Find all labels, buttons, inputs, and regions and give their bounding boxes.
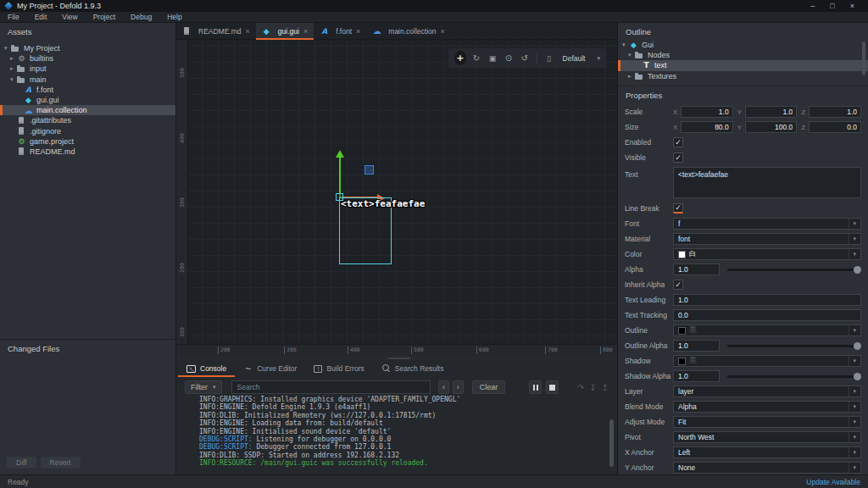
scale-y-input[interactable] xyxy=(745,106,798,118)
size-y-input[interactable] xyxy=(745,121,798,133)
asset-row-gitignore[interactable]: .gitignore xyxy=(0,126,175,136)
expander-open-icon[interactable] xyxy=(622,42,629,48)
menu-help[interactable]: Help xyxy=(159,13,189,21)
tab-gui-gui[interactable]: gui.gui × xyxy=(256,23,314,39)
inherit-alpha-checkbox[interactable] xyxy=(673,280,683,290)
line-break-checkbox[interactable] xyxy=(673,203,683,214)
tab-close-icon[interactable]: × xyxy=(441,27,445,36)
enabled-checkbox[interactable] xyxy=(673,137,683,147)
prev-match-button[interactable]: ‹ xyxy=(438,380,449,394)
x-anchor-dropdown[interactable]: Left ▾ xyxy=(673,446,861,458)
slider-knob[interactable] xyxy=(854,266,861,274)
asset-row-readme[interactable]: README.md xyxy=(0,147,175,157)
slider-knob[interactable] xyxy=(854,373,861,380)
outline-scrollbar[interactable] xyxy=(862,42,865,75)
gui-node-anchor-box[interactable] xyxy=(364,165,374,175)
step-out-icon[interactable]: ↥ xyxy=(602,383,609,392)
tab-build-errors[interactable]: Build Errors xyxy=(305,360,372,377)
update-available-link[interactable]: Update Available xyxy=(806,478,860,486)
expander-open-icon[interactable] xyxy=(4,45,11,52)
slider-knob[interactable] xyxy=(854,342,861,350)
scale-z-input[interactable] xyxy=(809,106,861,118)
asset-row-gitattributes[interactable]: .gitattributes xyxy=(0,115,175,125)
tab-curve-editor[interactable]: Curve Editor xyxy=(235,360,305,377)
scale-x-input[interactable] xyxy=(681,106,733,118)
pause-icon[interactable] xyxy=(529,380,542,394)
asset-row-game-project[interactable]: game.project xyxy=(0,136,175,147)
asset-row-my-project[interactable]: My Project xyxy=(0,43,175,53)
alpha-slider[interactable] xyxy=(727,263,861,275)
expander-closed-icon[interactable] xyxy=(10,65,17,72)
tab-search-results[interactable]: Search Results xyxy=(373,360,453,377)
asset-row-builtins[interactable]: builtins xyxy=(0,53,175,64)
size-x-input[interactable] xyxy=(681,121,733,133)
console-log[interactable]: INFO:GRAPHICS: Installed graphics device… xyxy=(176,396,617,474)
camera-preset-value[interactable]: Default xyxy=(563,54,586,63)
next-match-button[interactable]: › xyxy=(453,380,464,394)
color-dropdown[interactable]: 白 ▾ xyxy=(673,248,861,260)
asset-row-main-collection[interactable]: main.collection xyxy=(0,105,175,115)
shadow-color-dropdown[interactable]: 黒 ▾ xyxy=(673,355,861,367)
shadow-alpha-input[interactable] xyxy=(673,370,720,382)
text-leading-input[interactable] xyxy=(673,294,861,306)
font-dropdown[interactable]: f ▾ xyxy=(673,218,861,230)
expander-closed-icon[interactable] xyxy=(628,73,635,80)
step-into-icon[interactable]: ↧ xyxy=(589,383,596,392)
outline-alpha-slider[interactable] xyxy=(727,340,861,352)
layer-dropdown[interactable]: layer ▾ xyxy=(673,385,861,397)
menu-debug[interactable]: Debug xyxy=(123,13,159,21)
text-value-input[interactable]: <text>feafaefae xyxy=(673,167,861,198)
menu-file[interactable]: File xyxy=(0,13,27,21)
asset-row-input[interactable]: input xyxy=(0,64,175,74)
clear-console-button[interactable]: Clear xyxy=(472,380,506,394)
outline-row-textures[interactable]: Textures xyxy=(618,71,868,80)
y-anchor-dropdown[interactable]: None ▾ xyxy=(673,462,861,474)
material-dropdown[interactable]: font ▾ xyxy=(673,233,861,245)
alpha-input[interactable] xyxy=(673,263,720,275)
tab-close-icon[interactable]: × xyxy=(246,27,250,36)
expander-closed-icon[interactable] xyxy=(10,55,17,62)
outline-row-gui[interactable]: Gui xyxy=(618,40,868,50)
diff-button[interactable]: Diff xyxy=(7,457,36,469)
stop-icon[interactable] xyxy=(546,380,559,394)
shadow-alpha-slider[interactable] xyxy=(727,370,861,382)
expander-open-icon[interactable] xyxy=(10,76,17,83)
asset-row-gui-gui[interactable]: gui.gui xyxy=(0,95,175,105)
menu-view[interactable]: View xyxy=(54,13,85,21)
menu-edit[interactable]: Edit xyxy=(27,13,55,21)
outline-row-nodes[interactable]: Nodes xyxy=(618,50,868,60)
console-scrollbar[interactable] xyxy=(609,419,614,467)
tab-close-icon[interactable]: × xyxy=(303,27,308,36)
tab-f-font[interactable]: f.font × xyxy=(314,23,366,39)
outline-color-dropdown[interactable]: 黒 ▾ xyxy=(673,324,861,336)
asset-row-f-font[interactable]: f.font xyxy=(0,85,175,95)
menu-project[interactable]: Project xyxy=(86,13,123,21)
camera-perspective-icon[interactable] xyxy=(543,51,555,65)
close-icon[interactable]: × xyxy=(850,2,854,10)
outline-row-text[interactable]: text xyxy=(618,60,868,70)
expander-open-icon[interactable] xyxy=(628,52,635,58)
y-axis-gizmo[interactable] xyxy=(339,158,341,197)
size-z-input[interactable] xyxy=(809,121,861,133)
minimize-icon[interactable]: – xyxy=(810,2,815,10)
adjust-mode-dropdown[interactable]: Fit ▾ xyxy=(673,416,861,428)
scale-tool-icon[interactable] xyxy=(487,51,498,65)
console-search-input[interactable] xyxy=(231,380,431,394)
tab-readme[interactable]: README.md × xyxy=(176,23,256,39)
scene-canvas[interactable]: Default ▾ <text>feafaefae xyxy=(188,40,617,344)
revert-button[interactable]: Revert xyxy=(41,457,81,469)
step-over-icon[interactable]: ↷ xyxy=(577,383,584,392)
visible-checkbox[interactable] xyxy=(673,152,683,163)
tab-console[interactable]: Console xyxy=(178,360,235,377)
visibility-filter-icon[interactable] xyxy=(503,51,515,65)
blend-mode-dropdown[interactable]: Alpha ▾ xyxy=(673,401,861,413)
filter-button[interactable]: Filter ▾ xyxy=(185,380,222,394)
tab-main-collection[interactable]: main.collection × xyxy=(366,23,451,39)
tab-close-icon[interactable]: × xyxy=(356,27,360,36)
outline-alpha-input[interactable] xyxy=(673,340,720,352)
frame-selection-icon[interactable] xyxy=(519,51,531,65)
pivot-dropdown[interactable]: North West ▾ xyxy=(673,431,861,443)
text-node-content[interactable]: <text>feafaefae xyxy=(341,198,425,209)
asset-row-main[interactable]: main xyxy=(0,75,175,85)
move-tool-icon[interactable] xyxy=(454,51,466,65)
